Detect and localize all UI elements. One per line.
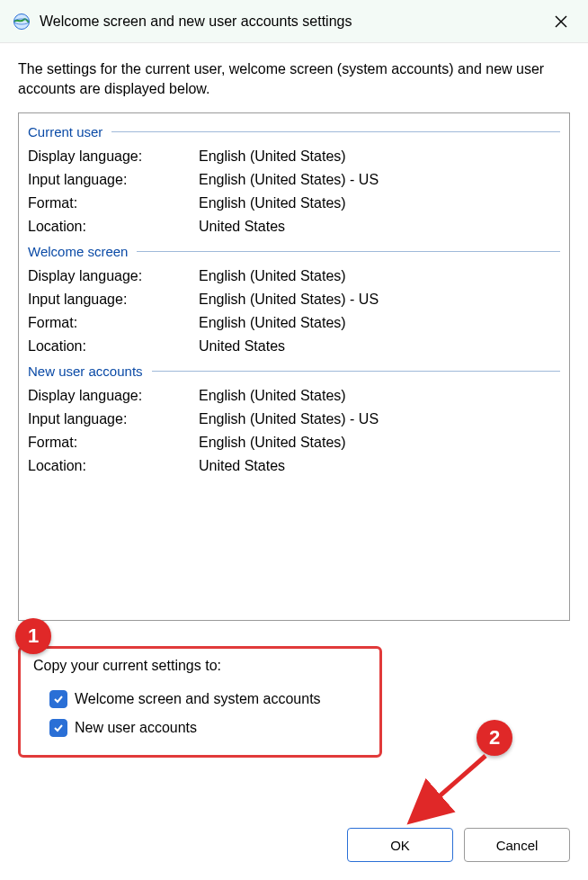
group-title-current-user: Current user [28,124,560,139]
annotation-badge-1: 1 [15,618,51,654]
row-value: United States [199,338,560,355]
row-display-language: Display language:English (United States) [28,384,560,408]
row-display-language: Display language:English (United States) [28,265,560,288]
group-label: Welcome screen [28,244,128,259]
checkbox-new-user-accounts[interactable] [49,719,67,737]
group-label: Current user [28,124,102,139]
copy-heading: Copy your current settings to: [33,658,367,674]
row-format: Format:English (United States) [28,311,560,335]
row-label: Format: [28,435,199,451]
checkbox-row-welcome-screen: Welcome screen and system accounts [33,685,367,714]
row-label: Input language: [28,411,199,427]
row-value: United States [199,458,560,474]
row-value: English (United States) [199,388,560,404]
annotation-badge-2: 2 [477,720,512,756]
row-location: Location:United States [28,454,560,478]
settings-box: Current user Display language:English (U… [18,112,570,621]
divider [137,251,560,252]
row-label: Location: [28,458,199,474]
row-input-language: Input language:English (United States) -… [28,408,560,431]
globe-icon [13,13,31,31]
row-value: English (United States) [199,268,560,284]
row-label: Display language: [28,388,199,404]
copy-settings-section: 1 Copy your current settings to: Welcome… [18,646,382,758]
row-format: Format:English (United States) [28,431,560,454]
row-label: Location: [28,219,199,235]
group-title-welcome-screen: Welcome screen [28,244,560,259]
row-value: English (United States) - US [199,172,560,188]
row-location: Location:United States [28,335,560,358]
row-value: English (United States) [199,148,560,165]
row-value: English (United States) - US [199,292,560,308]
row-input-language: Input language:English (United States) -… [28,288,560,311]
checkbox-row-new-user: New user accounts [33,714,367,742]
row-value: English (United States) [199,315,560,331]
row-value: English (United States) [199,435,560,451]
row-value: United States [199,219,560,235]
row-display-language: Display language:English (United States) [28,145,560,168]
intro-text: The settings for the current user, welco… [18,59,570,100]
row-label: Input language: [28,172,199,188]
checkbox-label: Welcome screen and system accounts [75,691,321,707]
group-title-new-user-accounts: New user accounts [28,364,560,379]
row-value: English (United States) [199,195,560,211]
window-title: Welcome screen and new user accounts set… [40,13,541,30]
checkbox-label: New user accounts [75,720,197,736]
row-value: English (United States) - US [199,411,560,427]
row-input-language: Input language:English (United States) -… [28,168,560,192]
row-label: Input language: [28,292,199,308]
row-label: Format: [28,195,199,211]
group-label: New user accounts [28,364,143,379]
divider [111,131,560,132]
row-label: Display language: [28,268,199,284]
divider [152,371,560,372]
dialog-buttons: OK Cancel [347,828,570,862]
checkbox-welcome-screen[interactable] [49,690,67,708]
row-format: Format:English (United States) [28,192,560,215]
ok-button[interactable]: OK [347,828,453,862]
row-label: Location: [28,338,199,355]
row-location: Location:United States [28,215,560,238]
cancel-button[interactable]: Cancel [464,828,570,862]
row-label: Format: [28,315,199,331]
row-label: Display language: [28,148,199,165]
titlebar: Welcome screen and new user accounts set… [0,0,588,43]
close-button[interactable] [541,2,581,41]
